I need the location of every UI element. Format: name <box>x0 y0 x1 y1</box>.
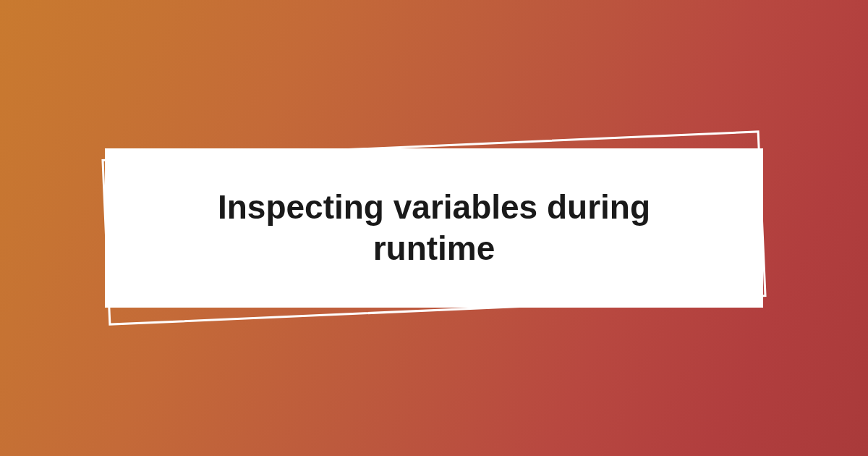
title-card: Inspecting variables during runtime <box>105 148 763 308</box>
page-title: Inspecting variables during runtime <box>163 187 705 270</box>
title-card-wrapper: Inspecting variables during runtime <box>105 141 763 315</box>
